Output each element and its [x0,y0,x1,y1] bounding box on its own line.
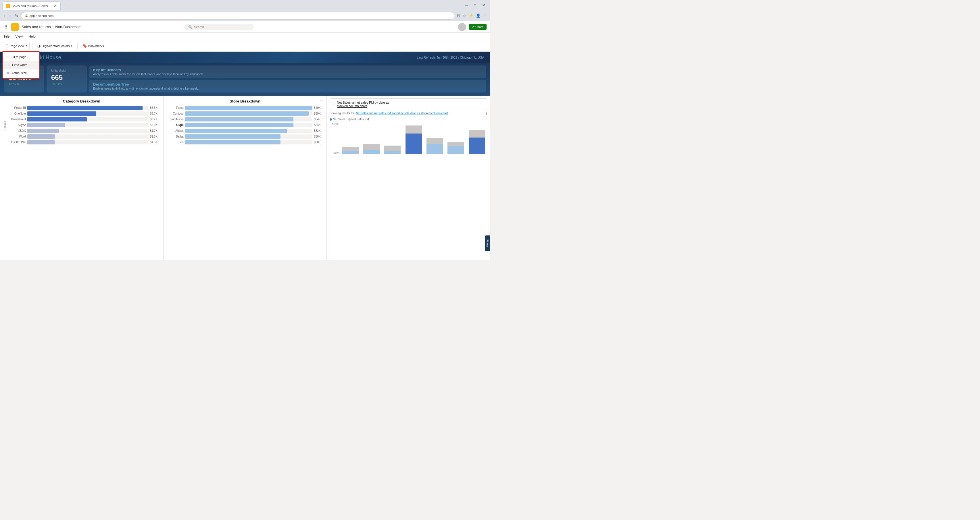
bar-fill-barba [185,135,281,139]
bookmarks-button[interactable]: 🔖 Bookmarks [80,42,107,50]
bar-row-leo: Leo $30K [166,140,324,144]
tab-close-icon[interactable]: ✕ [54,4,57,8]
maximize-button[interactable]: □ [471,1,479,9]
new-tab-button[interactable]: + [61,2,68,9]
workspace-dropdown-icon: ▾ [79,25,81,29]
bookmark-button[interactable]: ☆ [462,13,467,18]
qa-stacked-chart: $100K $50K [329,123,487,154]
bar-fill-aliqui [185,123,293,127]
key-influencers-desc: Analyzes your data, ranks the factors th… [93,73,482,76]
reload-button[interactable]: ↻ [14,13,20,19]
bar-fill-onenote [27,111,96,116]
net-sales-change: +67.7% [9,82,40,86]
high-contrast-icon: ◑ [37,44,41,48]
forward-button[interactable]: › [8,13,12,19]
bar-value-xbox-one: $1.5K [150,141,161,144]
fit-to-page-item[interactable]: ⊡ Fit to page [3,53,39,61]
y-label-50k: $50K [333,151,339,154]
decomposition-tree-desc: Enables users to drill into any dimensio… [93,87,482,90]
waffle-menu-button[interactable]: ⠿ [3,23,8,31]
store-chart-title: Store Breakdown [166,99,324,103]
cast-button[interactable]: ⊡ [456,13,461,18]
bar-bg-word [27,135,149,139]
page-view-button[interactable]: ⊞ Page view ▾ [3,42,30,50]
workspace-selector[interactable]: Non-Business ▾ [55,25,81,29]
key-influencers-title: Key Influencers [93,68,482,72]
menu-view[interactable]: View [15,35,23,38]
qa-bar-fill-1b [342,151,358,154]
bar-row-aliqui: Aliqui $34K [166,123,324,127]
bar-value-power-bi: $6.5K [150,106,161,109]
units-sold-change: +49.1% [51,82,82,86]
menu-file[interactable]: File [4,35,10,38]
qa-bar-4 [403,123,423,154]
bar-label-leo: Leo [166,141,184,144]
qa-bar-fill-5b [426,144,443,154]
bar-fill-word [27,135,55,139]
qa-bar-fill-7b [469,138,485,154]
back-button[interactable]: ‹ [2,13,6,19]
bar-value-contoso: $39K [314,112,324,115]
actual-size-item[interactable]: ⊠ Actual size [3,69,39,77]
bar-fill-contoso [185,111,309,116]
breadcrumb-separator: | [52,25,54,29]
search-icon: 🔍 [188,25,192,29]
bar-row-skype: Skype $2.0K [8,123,161,127]
pbi-toolbar: ⊞ Page view ▾ ◑ High-contrast colors ▾ 🔖… [0,40,490,52]
bar-bg-leo [185,140,313,144]
store-chart-options-button[interactable]: ⋯ [320,98,324,103]
bookmarks-label: Bookmarks [88,44,104,48]
address-bar-row: ‹ › ↻ 🔒 app.powerbi.com ⊡ ☆ ⚡ 👤 ⋮ [0,10,490,21]
fit-to-width-icon: ↔ [6,63,10,67]
legend-net-sales-label: Net Sales [333,118,345,121]
units-sold-label: Units Sold [51,69,82,72]
page-view-label: Page view [10,44,24,48]
bar-label-onenote: OneNote [8,112,26,115]
qa-bar-fill-3 [384,146,401,151]
bar-row-onenote: OneNote $3.7K [8,111,161,116]
qa-query-underline-chart: stacked column chart [337,104,367,108]
settings-button[interactable]: ⋮ [482,13,488,18]
qa-query-box[interactable]: □ Net Sales vs net sales PM by date as s… [329,98,487,110]
high-contrast-button[interactable]: ◑ High-contrast colors ▾ [35,42,75,50]
decomposition-tree-card[interactable]: Decomposition Tree Enables users to dril… [89,80,486,92]
profile-button[interactable]: 👤 [475,13,481,18]
key-influencers-card[interactable]: Key Influencers Analyzes your data, rank… [89,65,486,78]
toolbar-separator-2 [77,43,78,49]
filters-panel-tab[interactable]: Filters [485,235,490,251]
menu-help[interactable]: Help [29,35,36,38]
qa-info-icon[interactable]: ℹ [486,112,487,116]
qa-showing-row: Showing results for Net sales and net sa… [329,112,487,116]
address-input[interactable]: 🔒 app.powerbi.com [21,12,455,19]
qa-showing-label: Showing results for [329,112,354,115]
active-tab[interactable]: ⚡ Sales and returns - Power BI ✕ [2,2,60,10]
browser-extension-buttons: ⊡ ☆ ⚡ 👤 ⋮ [456,13,488,18]
qa-query-part2: as [385,101,390,104]
qa-legend: Net Sales Net Sales PM [329,118,487,121]
user-avatar[interactable] [458,23,466,31]
fit-to-page-label: Fit to page [11,55,26,59]
qa-bar-7 [467,123,487,154]
search-bar[interactable]: 🔍 Search [185,24,253,30]
close-button[interactable]: ✕ [480,1,488,9]
share-button[interactable]: ↗ Share [469,24,487,30]
pbi-logo: ⚡ [11,23,19,31]
qa-bar-fill-6b [447,146,464,154]
bar-label-xbox: XBOX [8,129,26,132]
extension-button[interactable]: ⚡ [468,13,474,18]
share-label: Share [475,25,484,29]
browser-tabs: ⚡ Sales and returns - Power BI ✕ + [2,0,462,10]
bar-fill-power-bi [27,106,143,110]
report-name: Sales and returns [22,25,51,29]
actual-size-icon: ⊠ [6,71,9,75]
bar-value-xbox: $1.7K [150,129,161,132]
legend-net-sales-pm-label: Net Sales PM [352,118,369,121]
store-chart-panel: Store Breakdown ⋯ Fama $40K [164,96,327,260]
fit-to-width-item[interactable]: ↔ Fit to width [3,61,39,69]
qa-chart-panel: □ Net Sales vs net sales PM by date as s… [327,96,490,260]
bar-value-onenote: $3.7K [150,112,161,115]
minimize-button[interactable]: ─ [462,1,471,9]
category-bar-chart: Product Power BI $6.5K [3,106,161,144]
qa-showing-link[interactable]: Net sales and net sales PM sorted by sal… [356,112,448,115]
qa-bar-fill-4 [406,125,422,133]
